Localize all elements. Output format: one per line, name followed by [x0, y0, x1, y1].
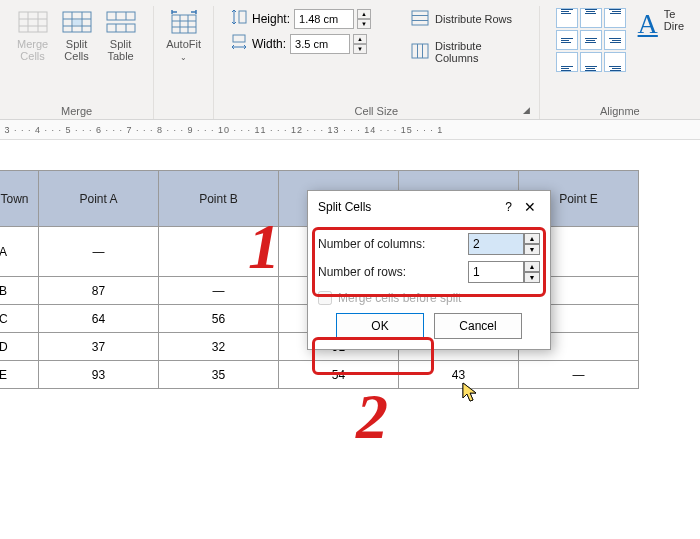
- row-label[interactable]: B: [0, 277, 39, 305]
- align-mid-right[interactable]: [604, 30, 626, 50]
- svg-rect-11: [107, 12, 135, 20]
- text-direction-label: Te: [664, 8, 684, 20]
- table-cell[interactable]: 43: [399, 361, 519, 389]
- height-icon: [230, 8, 248, 29]
- height-row: Height: ▲▼: [230, 8, 371, 29]
- table-cell[interactable]: 87: [39, 277, 159, 305]
- num-cols-down[interactable]: ▼: [524, 244, 540, 255]
- autofit-icon: [168, 8, 200, 36]
- height-up[interactable]: ▲: [357, 9, 371, 19]
- width-row: Width: ▲▼: [230, 33, 371, 54]
- height-down[interactable]: ▼: [357, 19, 371, 29]
- ribbon-group-merge: Merge Cells Split Cells Split Table Merg…: [0, 6, 154, 119]
- svg-rect-24: [412, 11, 428, 25]
- table-cell[interactable]: 93: [39, 361, 159, 389]
- row-label[interactable]: A: [0, 227, 39, 277]
- table-cell[interactable]: 56: [159, 305, 279, 333]
- row-label[interactable]: D: [0, 333, 39, 361]
- svg-rect-0: [19, 12, 47, 32]
- annotation-number-2: 2: [356, 380, 388, 454]
- group-name-merge: Merge: [61, 101, 92, 119]
- cellsize-dialog-launcher[interactable]: ◢: [523, 105, 535, 117]
- svg-rect-23: [233, 35, 245, 42]
- table-cell[interactable]: 37: [39, 333, 159, 361]
- table-cell[interactable]: 32: [159, 333, 279, 361]
- row-label[interactable]: E: [0, 361, 39, 389]
- ruler-ticks: · · 2 · · · 3 · · · 4 · · · 5 · · · 6 · …: [0, 125, 443, 135]
- distribute-rows-icon: [411, 10, 429, 28]
- autofit-button[interactable]: AutoFit⌄: [162, 6, 205, 65]
- dialog-title: Split Cells: [318, 200, 371, 214]
- table-header[interactable]: Town: [0, 171, 39, 227]
- split-table-button[interactable]: Split Table: [101, 6, 141, 64]
- svg-rect-22: [239, 11, 246, 23]
- num-rows-up[interactable]: ▲: [524, 261, 540, 272]
- ruler[interactable]: · · 2 · · · 3 · · · 4 · · · 5 · · · 6 · …: [0, 120, 700, 140]
- svg-rect-27: [412, 44, 428, 58]
- split-table-icon: [105, 8, 137, 36]
- table-cell[interactable]: 64: [39, 305, 159, 333]
- alignment-grid: [556, 8, 626, 72]
- align-bot-left[interactable]: [556, 52, 578, 72]
- svg-rect-17: [172, 15, 196, 33]
- table-cell[interactable]: —: [39, 227, 159, 277]
- dialog-close-button[interactable]: ✕: [520, 199, 540, 215]
- svg-rect-12: [107, 24, 135, 32]
- num-cols-input[interactable]: [468, 233, 524, 255]
- ok-button[interactable]: OK: [336, 313, 424, 339]
- width-down[interactable]: ▼: [353, 44, 367, 54]
- width-up[interactable]: ▲: [353, 34, 367, 44]
- width-input[interactable]: [290, 34, 350, 54]
- distribute-cols-icon: [411, 43, 429, 61]
- group-name-cellsize: Cell Size: [355, 101, 398, 119]
- align-top-center[interactable]: [580, 8, 602, 28]
- table-header[interactable]: Point B: [159, 171, 279, 227]
- merge-before-split-checkbox: Merge cells before split: [318, 291, 540, 305]
- table-cell[interactable]: 35: [159, 361, 279, 389]
- height-input[interactable]: [294, 9, 354, 29]
- distribute-cols-button[interactable]: Distribute Columns: [405, 38, 523, 66]
- split-cells-icon: [61, 8, 93, 36]
- merge-cells-icon: [17, 8, 49, 36]
- group-name-alignment: Alignme: [600, 101, 640, 119]
- table-cell[interactable]: —: [159, 277, 279, 305]
- num-rows-input[interactable]: [468, 261, 524, 283]
- text-direction-icon[interactable]: A: [638, 8, 658, 40]
- height-label: Height:: [252, 12, 290, 26]
- table-row: E93355443—: [0, 361, 639, 389]
- ribbon-group-alignment: A Te Dire Alignme: [540, 6, 700, 119]
- align-top-right[interactable]: [604, 8, 626, 28]
- align-mid-center[interactable]: [580, 30, 602, 50]
- align-bot-right[interactable]: [604, 52, 626, 72]
- table-cell[interactable]: [159, 227, 279, 277]
- split-cells-dialog: Split Cells ? ✕ Number of columns: ▲▼ Nu…: [307, 190, 551, 350]
- ribbon-group-cellsize: Height: ▲▼ Width: ▲▼ Distribute Rows: [214, 6, 540, 119]
- row-label[interactable]: C: [0, 305, 39, 333]
- ribbon-group-autofit: AutoFit⌄: [154, 6, 214, 119]
- chevron-down-icon: ⌄: [180, 53, 187, 62]
- cancel-button[interactable]: Cancel: [434, 313, 522, 339]
- svg-rect-10: [73, 20, 81, 25]
- distribute-rows-button[interactable]: Distribute Rows: [405, 8, 523, 30]
- dialog-help-button[interactable]: ?: [505, 200, 512, 214]
- table-header[interactable]: Point A: [39, 171, 159, 227]
- align-top-left[interactable]: [556, 8, 578, 28]
- merge-cells-button: Merge Cells: [13, 6, 53, 64]
- split-cells-button[interactable]: Split Cells: [57, 6, 97, 64]
- align-mid-left[interactable]: [556, 30, 578, 50]
- align-bot-center[interactable]: [580, 52, 602, 72]
- num-rows-down[interactable]: ▼: [524, 272, 540, 283]
- table-cell[interactable]: —: [519, 361, 639, 389]
- dialog-titlebar[interactable]: Split Cells ? ✕: [308, 191, 550, 223]
- width-label: Width:: [252, 37, 286, 51]
- width-icon: [230, 33, 248, 54]
- num-cols-up[interactable]: ▲: [524, 233, 540, 244]
- num-rows-label: Number of rows:: [318, 265, 406, 279]
- cell-margins-label: Dire: [664, 20, 684, 32]
- num-cols-label: Number of columns:: [318, 237, 425, 251]
- table-cell[interactable]: 54: [279, 361, 399, 389]
- merge-before-checkbox: [318, 291, 332, 305]
- ribbon: Merge Cells Split Cells Split Table Merg…: [0, 0, 700, 120]
